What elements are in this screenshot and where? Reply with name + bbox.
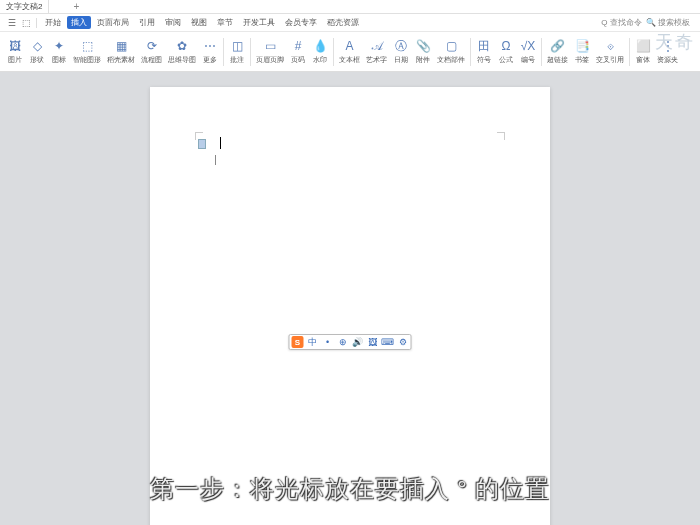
- ribbon-equation[interactable]: Ω公式: [495, 38, 517, 65]
- menu-devtools[interactable]: 开发工具: [239, 16, 279, 29]
- ibeam-pointer: [215, 155, 216, 165]
- document-tab-label: 文字文稿2: [6, 1, 42, 12]
- ribbon-smartart[interactable]: ⬚智能图形: [70, 38, 104, 65]
- ribbon-date[interactable]: Ⓐ日期: [390, 38, 412, 65]
- ime-voice-icon[interactable]: 🔊: [352, 336, 364, 348]
- divider: [223, 38, 224, 66]
- document-canvas: [0, 72, 700, 525]
- ribbon-number[interactable]: √X编号: [517, 38, 539, 65]
- margin-corner-tr: [497, 132, 505, 140]
- menubar: ☰ ⬚ 开始 插入 页面布局 引用 审阅 视图 章节 开发工具 会员专享 稻壳资…: [0, 14, 700, 32]
- ribbon-icon[interactable]: ✦图标: [48, 38, 70, 65]
- menu-start[interactable]: 开始: [41, 16, 65, 29]
- ime-punct-toggle[interactable]: •: [322, 336, 334, 348]
- ribbon-more[interactable]: ⋯更多: [199, 38, 221, 65]
- menu-resources[interactable]: 稻壳资源: [323, 16, 363, 29]
- more-icon: ⋯: [202, 38, 218, 54]
- ime-keyboard-icon[interactable]: ⌨: [382, 336, 394, 348]
- quick-command-label[interactable]: Q 查找命令: [601, 17, 641, 28]
- bookmark-icon: 📑: [574, 38, 590, 54]
- ribbon-mindmap[interactable]: ✿思维导图: [165, 38, 199, 65]
- ribbon-docer[interactable]: ▦稻壳素材: [104, 38, 138, 65]
- app-menu-icon[interactable]: ☰: [6, 17, 18, 29]
- crossref-icon: ⟐: [602, 38, 618, 54]
- video-watermark: 天奇: [655, 30, 695, 54]
- document-tab[interactable]: 文字文稿2: [0, 0, 49, 14]
- menu-member[interactable]: 会员专享: [281, 16, 321, 29]
- textbox-icon: A: [342, 38, 358, 54]
- attachment-icon: 📎: [415, 38, 431, 54]
- ribbon-flowchart[interactable]: ⟳流程图: [138, 38, 165, 65]
- divider: [333, 38, 334, 66]
- ribbon-watermark[interactable]: 💧水印: [309, 38, 331, 65]
- paragraph-mark-icon: [198, 139, 206, 149]
- ribbon-docparts[interactable]: ▢文档部件: [434, 38, 468, 65]
- docer-icon: ▦: [113, 38, 129, 54]
- ribbon-shape[interactable]: ◇形状: [26, 38, 48, 65]
- menu-insert[interactable]: 插入: [67, 16, 91, 29]
- menu-layout[interactable]: 页面布局: [93, 16, 133, 29]
- ribbon-form[interactable]: ⬜窗体: [632, 38, 654, 65]
- number-icon: √X: [520, 38, 536, 54]
- wordart-icon: 𝒜: [369, 38, 385, 54]
- search-icon[interactable]: 🔍 搜索模板: [646, 17, 690, 28]
- ime-lang-toggle[interactable]: 中: [307, 336, 319, 348]
- watermark-icon: 💧: [312, 38, 328, 54]
- sogou-logo-icon[interactable]: S: [292, 336, 304, 348]
- save-icon[interactable]: ⬚: [20, 17, 32, 29]
- search-area: Q 查找命令 🔍 搜索模板: [601, 17, 690, 28]
- ime-toolbar[interactable]: S 中 • ⊕ 🔊 🖼 ⌨ ⚙: [289, 334, 412, 350]
- hyperlink-icon: 🔗: [550, 38, 566, 54]
- date-icon: Ⓐ: [393, 38, 409, 54]
- page[interactable]: [150, 87, 550, 525]
- form-icon: ⬜: [635, 38, 651, 54]
- new-tab-button[interactable]: +: [69, 0, 83, 14]
- divider: [629, 38, 630, 66]
- flowchart-icon: ⟳: [144, 38, 160, 54]
- ime-settings-icon[interactable]: ⚙: [397, 336, 409, 348]
- menu-chapter[interactable]: 章节: [213, 16, 237, 29]
- ribbon-crossref[interactable]: ⟐交叉引用: [593, 38, 627, 65]
- symbol-icon: 田: [476, 38, 492, 54]
- divider: [541, 38, 542, 66]
- mindmap-icon: ✿: [174, 38, 190, 54]
- text-cursor: [220, 137, 221, 149]
- icons-icon: ✦: [51, 38, 67, 54]
- ribbon-attachment[interactable]: 📎附件: [412, 38, 434, 65]
- menu-view[interactable]: 视图: [187, 16, 211, 29]
- ribbon-comment[interactable]: ◫批注: [226, 38, 248, 65]
- equation-icon: Ω: [498, 38, 514, 54]
- ribbon-picture[interactable]: 🖼图片: [4, 38, 26, 65]
- divider: [36, 18, 37, 28]
- divider: [250, 38, 251, 66]
- menu-review[interactable]: 审阅: [161, 16, 185, 29]
- smartart-icon: ⬚: [79, 38, 95, 54]
- ime-emoji-icon[interactable]: ⊕: [337, 336, 349, 348]
- docparts-icon: ▢: [443, 38, 459, 54]
- ribbon-textbox[interactable]: A文本框: [336, 38, 363, 65]
- titlebar: 文字文稿2 +: [0, 0, 700, 14]
- ime-skin-icon[interactable]: 🖼: [367, 336, 379, 348]
- pagenumber-icon: #: [290, 38, 306, 54]
- picture-icon: 🖼: [7, 38, 23, 54]
- comment-icon: ◫: [229, 38, 245, 54]
- ribbon-pagenumber[interactable]: #页码: [287, 38, 309, 65]
- ribbon-hyperlink[interactable]: 🔗超链接: [544, 38, 571, 65]
- shape-icon: ◇: [29, 38, 45, 54]
- ribbon-bookmark[interactable]: 📑书签: [571, 38, 593, 65]
- ribbon-wordart[interactable]: 𝒜艺术字: [363, 38, 390, 65]
- tutorial-caption: 第一步：将光标放在要插入 ° 的位置: [150, 473, 551, 505]
- ribbon-headerfooter[interactable]: ▭页眉页脚: [253, 38, 287, 65]
- menu-reference[interactable]: 引用: [135, 16, 159, 29]
- headerfooter-icon: ▭: [262, 38, 278, 54]
- divider: [470, 38, 471, 66]
- ribbon-symbol[interactable]: 田符号: [473, 38, 495, 65]
- ribbon-toolbar: 🖼图片 ◇形状 ✦图标 ⬚智能图形 ▦稻壳素材 ⟳流程图 ✿思维导图 ⋯更多 ◫…: [0, 32, 700, 72]
